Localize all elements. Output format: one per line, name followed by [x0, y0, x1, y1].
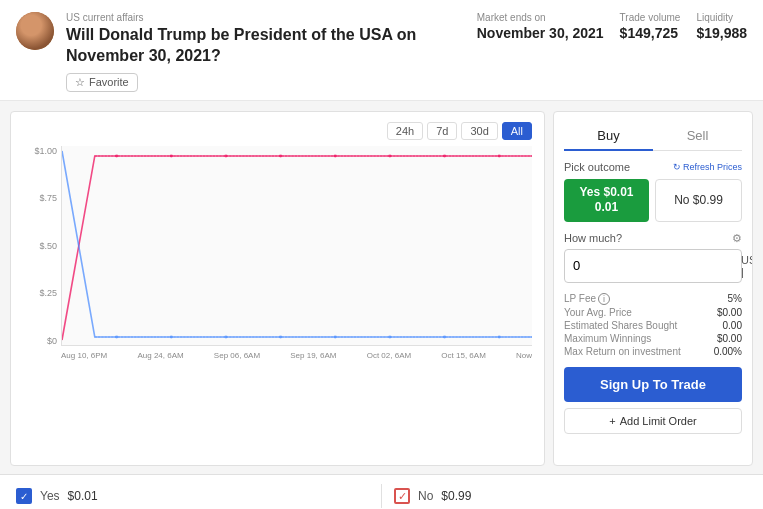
y-label-75: $.75	[39, 193, 57, 203]
y-label-0: $0	[47, 336, 57, 346]
avatar	[16, 12, 54, 50]
shares-row: Estimated Shares Bought 0.00	[564, 320, 742, 331]
liquidity-value: $19,988	[696, 25, 747, 41]
chart-controls: 24h 7d 30d All	[23, 122, 532, 140]
chart-area: $1.00 $.75 $.50 $.25 $0	[23, 146, 532, 366]
svg-point-5	[279, 154, 282, 157]
lp-fee-row: LP Fee i 5%	[564, 293, 742, 305]
refresh-label: Refresh Prices	[683, 162, 742, 172]
avg-price-row: Your Avg. Price $0.00	[564, 307, 742, 318]
refresh-icon: ↻	[673, 162, 681, 172]
market-ends-label: Market ends on	[477, 12, 604, 23]
lp-fee-info-icon[interactable]: i	[598, 293, 610, 305]
pick-outcome-label: Pick outcome	[564, 161, 630, 173]
svg-point-17	[498, 335, 501, 338]
favorite-label: Favorite	[89, 76, 129, 88]
category-label: US current affairs	[66, 12, 465, 23]
outcome-no-button[interactable]: No $0.99	[655, 179, 742, 222]
outcome-buttons: Yes $0.01 0.01 No $0.99	[564, 179, 742, 222]
svg-point-6	[334, 154, 337, 157]
tab-sell[interactable]: Sell	[653, 122, 742, 150]
svg-point-7	[388, 154, 391, 157]
add-limit-order-button[interactable]: + Add Limit Order	[564, 408, 742, 434]
time-btn-24h[interactable]: 24h	[387, 122, 423, 140]
trade-volume-stat: Trade volume $149,725	[620, 12, 681, 41]
how-much-label: How much?	[564, 232, 622, 244]
star-icon: ☆	[75, 76, 85, 89]
amount-input[interactable]	[573, 258, 741, 273]
max-return-value: 0.00%	[714, 346, 742, 357]
y-label-100: $1.00	[34, 146, 57, 156]
x-label-4: Oct 02, 6AM	[367, 351, 411, 360]
max-return-label: Max Return on investment	[564, 346, 681, 357]
svg-point-16	[443, 335, 446, 338]
currency-label: USDC |	[741, 254, 753, 278]
yes-price: $0.01	[68, 489, 98, 503]
no-price: $0.99	[441, 489, 471, 503]
x-label-5: Oct 15, 6AM	[441, 351, 485, 360]
svg-point-14	[334, 335, 337, 338]
x-label-6: Now	[516, 351, 532, 360]
liquidity-label: Liquidity	[696, 12, 747, 23]
market-ends-stat: Market ends on November 30, 2021	[477, 12, 604, 41]
bottom-divider	[381, 484, 382, 508]
plus-icon: +	[609, 415, 615, 427]
add-limit-label: Add Limit Order	[620, 415, 697, 427]
signup-to-trade-button[interactable]: Sign Up To Trade	[564, 367, 742, 402]
amount-input-row: USDC | Max	[564, 249, 742, 283]
page-header: US current affairs Will Donald Trump be …	[0, 0, 763, 101]
x-label-0: Aug 10, 6PM	[61, 351, 107, 360]
svg-point-11	[170, 335, 173, 338]
yes-label: Yes	[40, 489, 60, 503]
svg-point-2	[115, 154, 118, 157]
bottom-yes-item: ✓ Yes $0.01	[16, 488, 369, 504]
avg-price-value: $0.00	[717, 307, 742, 318]
svg-point-12	[224, 335, 227, 338]
chart-panel: 24h 7d 30d All $1.00 $.75 $.50 $.25 $0	[10, 111, 545, 466]
pick-outcome-section: Pick outcome ↻ Refresh Prices	[564, 161, 742, 173]
time-btn-all[interactable]: All	[502, 122, 532, 140]
svg-point-4	[224, 154, 227, 157]
fee-section: LP Fee i 5% Your Avg. Price $0.00 Estima…	[564, 293, 742, 357]
title-area: US current affairs Will Donald Trump be …	[66, 12, 465, 92]
liquidity-stat: Liquidity $19,988	[696, 12, 747, 41]
x-label-2: Sep 06, 6AM	[214, 351, 260, 360]
bottom-no-item: No $0.99	[394, 488, 747, 504]
svg-point-13	[279, 335, 282, 338]
settings-icon[interactable]: ⚙	[732, 232, 742, 245]
header-stats: Market ends on November 30, 2021 Trade v…	[477, 12, 747, 41]
no-label: No $0.99	[674, 193, 723, 207]
svg-point-10	[115, 335, 118, 338]
max-winnings-value: $0.00	[717, 333, 742, 344]
main-content: 24h 7d 30d All $1.00 $.75 $.50 $.25 $0	[0, 101, 763, 466]
yes-label: Yes $0.01	[579, 185, 633, 199]
max-winnings-label: Maximum Winnings	[564, 333, 651, 344]
chart-plot	[61, 146, 532, 346]
max-return-row: Max Return on investment 0.00%	[564, 346, 742, 357]
refresh-prices-button[interactable]: ↻ Refresh Prices	[673, 162, 742, 172]
max-winnings-row: Maximum Winnings $0.00	[564, 333, 742, 344]
lp-fee-label: LP Fee	[564, 293, 596, 304]
trade-panel: Buy Sell Pick outcome ↻ Refresh Prices Y…	[553, 111, 753, 466]
lp-fee-value: 5%	[728, 293, 742, 305]
no-label: No	[418, 489, 433, 503]
avg-price-label: Your Avg. Price	[564, 307, 632, 318]
yes-checkbox[interactable]: ✓	[16, 488, 32, 504]
y-label-50: $.50	[39, 241, 57, 251]
market-ends-value: November 30, 2021	[477, 25, 604, 41]
shares-value: 0.00	[723, 320, 742, 331]
y-axis: $1.00 $.75 $.50 $.25 $0	[23, 146, 61, 346]
no-checkbox[interactable]	[394, 488, 410, 504]
trade-tabs: Buy Sell	[564, 122, 742, 151]
tab-buy[interactable]: Buy	[564, 122, 653, 151]
x-label-3: Sep 19, 6AM	[290, 351, 336, 360]
outcome-yes-button[interactable]: Yes $0.01 0.01	[564, 179, 649, 222]
yes-sub: 0.01	[595, 200, 618, 214]
favorite-button[interactable]: ☆ Favorite	[66, 73, 138, 92]
page-title: Will Donald Trump be President of the US…	[66, 25, 465, 67]
time-btn-30d[interactable]: 30d	[461, 122, 497, 140]
time-btn-7d[interactable]: 7d	[427, 122, 457, 140]
trade-volume-value: $149,725	[620, 25, 681, 41]
shares-label: Estimated Shares Bought	[564, 320, 677, 331]
svg-point-9	[498, 154, 501, 157]
